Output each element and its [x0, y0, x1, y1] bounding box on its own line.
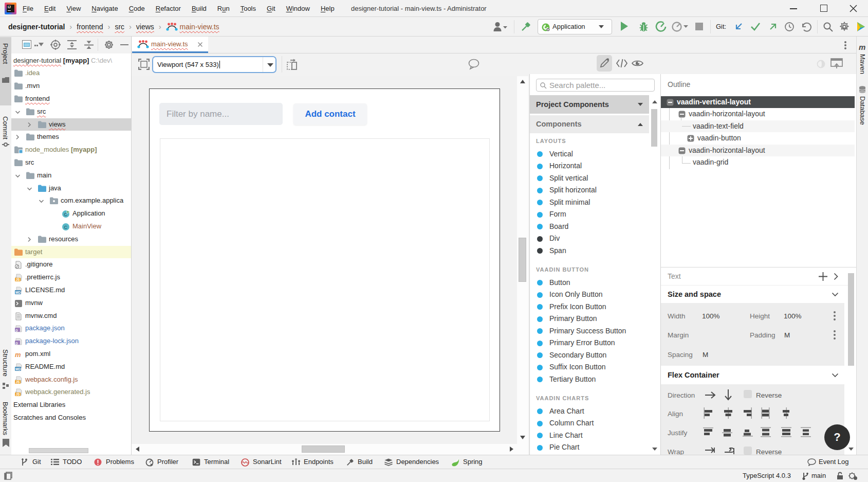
svg-text:MD: MD [15, 367, 21, 370]
svg-text:C: C [64, 225, 68, 230]
svg-text:JS: JS [16, 278, 21, 281]
svg-text:JS: JS [16, 380, 21, 384]
svg-text:{}: {} [15, 342, 18, 345]
svg-text:{}: {} [15, 329, 18, 332]
svg-text:JS: JS [16, 392, 21, 396]
svg-text:MD: MD [15, 291, 21, 294]
svg-text:m: m [15, 351, 21, 359]
